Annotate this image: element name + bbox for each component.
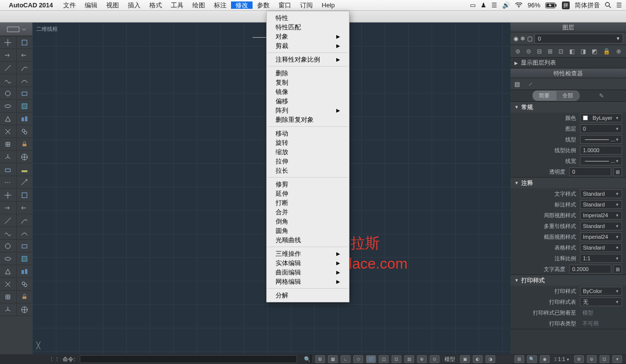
tool-button[interactable]: [0, 87, 17, 99]
menuitem-删除[interactable]: 删除: [267, 68, 349, 78]
menu-窗口[interactable]: 窗口: [274, 1, 296, 9]
menu-格式[interactable]: 格式: [145, 1, 166, 9]
status-toggle[interactable]: ▥: [404, 355, 414, 363]
pencil-icon[interactable]: ✎: [599, 92, 604, 99]
tool-button[interactable]: [0, 278, 17, 290]
prop-value[interactable]: ...▼: [580, 135, 622, 144]
prop-value[interactable]: 0.2000: [569, 265, 611, 273]
tool-button[interactable]: [17, 74, 33, 87]
tool-button[interactable]: [17, 100, 33, 112]
menuitem-缩放[interactable]: 缩放: [267, 147, 349, 157]
tool-button[interactable]: [0, 303, 17, 316]
tool-button[interactable]: [17, 138, 33, 150]
menuitem-移动[interactable]: 移动: [267, 129, 349, 138]
menuitem-特性匹配[interactable]: 特性匹配: [267, 23, 349, 32]
annoscale[interactable]: ⟟ 1:1 ▾: [553, 356, 571, 363]
layer-lock-icon[interactable]: ▢: [527, 35, 533, 42]
workspace-switcher[interactable]: [0, 23, 32, 36]
status-toggle[interactable]: ◐: [473, 355, 483, 363]
tool-button[interactable]: [17, 163, 33, 176]
menu-文件[interactable]: 文件: [59, 1, 80, 9]
menu-插入[interactable]: 插入: [123, 1, 145, 9]
status-toggle[interactable]: □: [366, 355, 376, 363]
tool-button[interactable]: [0, 151, 17, 163]
menuitem-偏移[interactable]: 偏移: [267, 96, 349, 106]
notification-icon[interactable]: ♟: [481, 1, 487, 9]
tool-button[interactable]: [0, 202, 17, 214]
layer-light-icon[interactable]: ◉: [513, 35, 518, 42]
menu-编辑[interactable]: 编辑: [80, 1, 102, 9]
tool-button[interactable]: [17, 113, 33, 125]
ime-label[interactable]: 简体拼音: [575, 1, 600, 10]
tool-button[interactable]: [17, 176, 33, 188]
tool-button[interactable]: [17, 87, 33, 99]
prop-value[interactable]: ByColor▼: [580, 287, 622, 296]
battery-icon[interactable]: [545, 2, 557, 8]
tool-button[interactable]: [17, 278, 33, 290]
menuitem-曲面编辑[interactable]: 曲面编辑▶: [267, 268, 349, 277]
layer-tool-icon[interactable]: ⊟: [537, 48, 542, 55]
prop-section-header[interactable]: ▼常规: [510, 102, 626, 113]
layer-tool-icon[interactable]: ⊡: [558, 48, 563, 55]
layer-freeze-icon[interactable]: ❄: [520, 35, 525, 42]
status-toggle[interactable]: ◇: [353, 355, 363, 363]
layer-tool-icon[interactable]: ⊕: [616, 48, 621, 55]
cmd-search-icon[interactable]: 🔍: [304, 356, 311, 363]
tool-button[interactable]: [0, 113, 17, 125]
layer-tool-icon[interactable]: ⊜: [515, 48, 520, 55]
tool-button[interactable]: [17, 291, 33, 303]
prop-value[interactable]: 1.0000: [580, 146, 622, 155]
disk-icon[interactable]: ☰: [491, 1, 497, 9]
menuitem-合并[interactable]: 合并: [267, 207, 349, 217]
menuitem-复制[interactable]: 复制: [267, 78, 349, 87]
tool-button[interactable]: [17, 240, 33, 252]
subtab-brief[interactable]: 简要: [533, 91, 556, 101]
prop-value[interactable]: Standard▼: [580, 243, 622, 252]
tool-button[interactable]: [17, 202, 33, 214]
tool-button[interactable]: [0, 74, 17, 87]
prop-value[interactable]: 无▼: [580, 297, 622, 306]
menuitem-特性[interactable]: 特性: [267, 13, 349, 23]
menu-绘图[interactable]: 绘图: [188, 1, 209, 9]
tool-button[interactable]: [17, 227, 33, 239]
prop-value[interactable]: 0: [569, 167, 611, 176]
subtab-all[interactable]: 全部: [556, 91, 580, 101]
layer-tool-icon[interactable]: ⊝: [526, 48, 531, 55]
tool-button[interactable]: [17, 36, 33, 48]
status-toggle[interactable]: ◫: [379, 355, 389, 363]
status-toggle[interactable]: ▦: [328, 355, 338, 363]
layer-tool-icon[interactable]: ⊞: [548, 48, 553, 55]
menuitem-拉伸[interactable]: 拉伸: [267, 157, 349, 166]
app-name[interactable]: AutoCAD 2014: [9, 1, 53, 9]
prop-value[interactable]: Standard▼: [580, 200, 622, 209]
status-toggle[interactable]: ⊡: [392, 355, 401, 363]
menuitem-倒角[interactable]: 倒角: [267, 217, 349, 226]
status-toggle[interactable]: ∟: [341, 355, 350, 363]
menuitem-剪裁[interactable]: 剪裁▶: [267, 41, 349, 50]
tool-button[interactable]: [17, 214, 33, 227]
status-toggle[interactable]: ⊚: [587, 355, 597, 363]
menuitem-对象[interactable]: 对象▶: [267, 32, 349, 41]
prop-value[interactable]: ...▼: [580, 157, 622, 165]
tab-icon[interactable]: ⟋: [528, 81, 533, 88]
extra-button[interactable]: ⊞: [613, 167, 622, 176]
menuitem-光顺曲线[interactable]: 光顺曲线: [267, 235, 349, 245]
menuitem-拉长[interactable]: 拉长: [267, 166, 349, 175]
wifi-icon[interactable]: [515, 2, 523, 8]
tool-button[interactable]: [0, 214, 17, 227]
menuitem-阵列[interactable]: 阵列▶: [267, 106, 349, 115]
tool-button[interactable]: [0, 176, 17, 188]
status-toggle[interactable]: ◑: [486, 355, 495, 363]
menuitem-网格编辑[interactable]: 网格编辑▶: [267, 277, 349, 286]
menu-标注[interactable]: 标注: [209, 1, 231, 9]
layer-list-toggle[interactable]: ▶ 显示图层列表: [510, 58, 626, 68]
menu-订阅[interactable]: 订阅: [296, 1, 317, 9]
menuitem-圆角[interactable]: 圆角: [267, 226, 349, 235]
layer-tool-icon[interactable]: ◨: [580, 48, 586, 55]
prop-value[interactable]: ByLayer▼: [580, 114, 622, 122]
prop-value[interactable]: 0▼: [580, 124, 622, 133]
tool-button[interactable]: [0, 227, 17, 239]
tool-button[interactable]: [17, 303, 33, 316]
extra-button[interactable]: ⊞: [613, 265, 622, 273]
menuitem-删除重复对象[interactable]: 删除重复对象: [267, 115, 349, 124]
